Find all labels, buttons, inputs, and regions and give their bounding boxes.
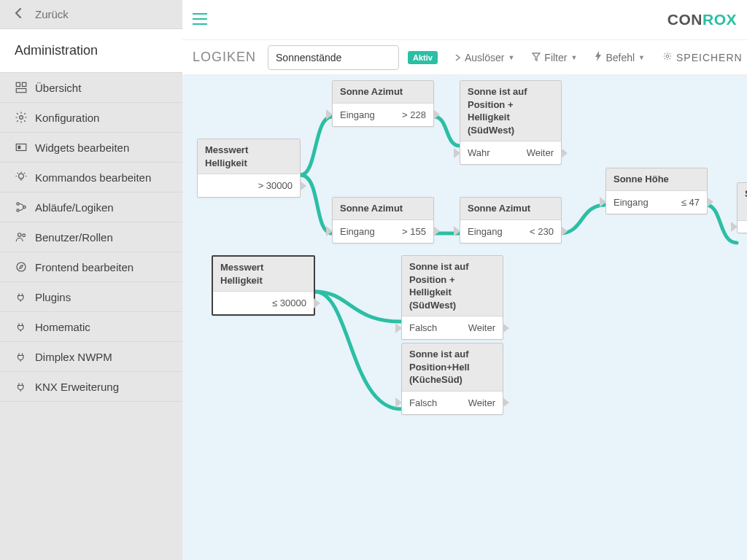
node-title: Sonne Azimut bbox=[460, 198, 561, 220]
bolt-icon bbox=[595, 51, 602, 63]
output-port-icon[interactable] bbox=[314, 298, 320, 308]
sidebar-item-homematic[interactable]: Homematic bbox=[0, 312, 182, 342]
save-button[interactable]: SPEICHERN bbox=[662, 51, 743, 63]
input-port-icon[interactable] bbox=[326, 226, 333, 236]
back-button[interactable]: Zurück bbox=[0, 0, 182, 29]
gear-icon bbox=[15, 111, 35, 124]
node-output-row: ≤ 30000 bbox=[213, 292, 314, 314]
svg-point-8 bbox=[17, 209, 19, 211]
sidebar-title: Administration bbox=[0, 29, 182, 73]
output-port-icon[interactable] bbox=[300, 181, 306, 191]
sidebar-item-widgets[interactable]: Widgets bearbeiten bbox=[0, 133, 182, 163]
filter-dropdown[interactable]: Filter▼ bbox=[532, 52, 577, 63]
node-title: Messwert Helligkeit bbox=[198, 139, 300, 174]
input-port-icon[interactable] bbox=[454, 148, 460, 158]
node-title: Sonne ist auf Position+Hell (KücheSüd) bbox=[402, 343, 503, 392]
output-port-icon[interactable] bbox=[707, 197, 713, 207]
sidebar-item-knx[interactable]: KNX Erweiterung bbox=[0, 372, 182, 402]
chevron-right-icon bbox=[455, 52, 461, 63]
gear-icon bbox=[662, 51, 673, 63]
sidebar-item-logics[interactable]: Abläufe/Logiken bbox=[0, 192, 182, 222]
node-title: S bbox=[738, 183, 747, 221]
sidebar-item-plugins[interactable]: Plugins bbox=[0, 282, 182, 312]
bulb-icon bbox=[15, 171, 35, 184]
sidebar-item-configuration[interactable]: Konfiguration bbox=[0, 103, 182, 133]
node-sonne-hoehe[interactable]: Sonne Höhe Eingang ≤ 47 bbox=[605, 168, 708, 214]
input-port-icon[interactable] bbox=[395, 397, 402, 408]
trigger-dropdown[interactable]: Auslöser▼ bbox=[455, 52, 514, 63]
svg-rect-1 bbox=[23, 82, 26, 86]
sidebar-item-label: Übersicht bbox=[35, 82, 81, 94]
sidebar-item-frontend[interactable]: Frontend bearbeiten bbox=[0, 252, 182, 282]
sidebar-item-label: Dimplex NWPM bbox=[35, 351, 112, 363]
output-port-icon[interactable] bbox=[503, 397, 509, 408]
node-sonne-position-sw-1[interactable]: Sonne ist auf Position + Helligkeit (Süd… bbox=[460, 80, 562, 165]
output-port-icon[interactable] bbox=[561, 226, 568, 236]
sidebar-item-label: KNX Erweiterung bbox=[35, 381, 119, 393]
node-sonne-azimut-1[interactable]: Sonne Azimut Eingang > 228 bbox=[332, 80, 434, 127]
menu-icon[interactable] bbox=[193, 13, 207, 27]
svg-point-7 bbox=[17, 203, 19, 205]
node-messwert-helligkeit-2[interactable]: Messwert Helligkeit ≤ 30000 bbox=[212, 255, 315, 316]
svg-point-11 bbox=[23, 234, 26, 237]
sidebar: Zurück Administration Übersicht Konfigur… bbox=[0, 0, 182, 560]
sidebar-item-label: Benutzer/Rollen bbox=[35, 231, 113, 244]
dashboard-icon bbox=[15, 81, 35, 94]
node-io-row: Eingang < 230 bbox=[460, 220, 561, 243]
output-port-icon[interactable] bbox=[561, 148, 568, 158]
topbar: CONROX bbox=[182, 0, 747, 40]
chevron-left-icon bbox=[15, 8, 22, 20]
node-sonne-position-sw-2[interactable]: Sonne ist auf Position + Helligkeit (Süd… bbox=[401, 255, 503, 340]
svg-point-6 bbox=[19, 174, 24, 179]
node-sonne-position-kueche[interactable]: Sonne ist auf Position+Hell (KücheSüd) F… bbox=[401, 343, 503, 415]
node-sonne-azimut-3[interactable]: Sonne Azimut Eingang < 230 bbox=[460, 197, 562, 244]
logic-name-input[interactable] bbox=[268, 45, 399, 70]
sidebar-item-dimplex[interactable]: Dimplex NWPM bbox=[0, 342, 182, 372]
toolbar: LOGIKEN Aktiv Auslöser▼ Filter▼ Befehl▼ … bbox=[182, 40, 747, 75]
plug-icon bbox=[15, 380, 35, 393]
sidebar-item-users[interactable]: Benutzer/Rollen bbox=[0, 222, 182, 252]
brand-logo: CONROX bbox=[667, 11, 737, 28]
compass-icon bbox=[15, 260, 35, 273]
logic-canvas[interactable]: Messwert Helligkeit > 30000 Sonne Azimut… bbox=[182, 75, 747, 560]
node-title: Sonne Azimut bbox=[333, 198, 433, 220]
node-io-row: Falsch Weiter bbox=[402, 316, 503, 339]
node-io-row: Wahr Weiter bbox=[460, 141, 561, 164]
output-port-icon[interactable] bbox=[433, 226, 440, 236]
caret-down-icon: ▼ bbox=[638, 54, 645, 61]
node-sonne-azimut-2[interactable]: Sonne Azimut Eingang > 155 bbox=[332, 197, 434, 244]
input-port-icon[interactable] bbox=[731, 222, 738, 232]
svg-point-3 bbox=[20, 116, 23, 120]
sidebar-item-label: Plugins bbox=[35, 291, 71, 303]
sidebar-item-label: Kommandos bearbeiten bbox=[35, 171, 151, 184]
plug-icon bbox=[15, 290, 35, 303]
sidebar-item-commands[interactable]: Kommandos bearbeiten bbox=[0, 163, 182, 192]
filter-icon bbox=[532, 52, 541, 63]
svg-rect-2 bbox=[16, 89, 26, 93]
node-io-row: Eingang > 228 bbox=[333, 104, 433, 126]
svg-rect-0 bbox=[16, 82, 20, 86]
node-io-row: Eingang > 155 bbox=[333, 220, 433, 243]
plug-icon bbox=[15, 320, 35, 333]
input-port-icon[interactable] bbox=[454, 226, 460, 236]
node-io-row: Eingang ≤ 47 bbox=[606, 191, 707, 214]
node-messwert-helligkeit-1[interactable]: Messwert Helligkeit > 30000 bbox=[197, 139, 301, 198]
output-port-icon[interactable] bbox=[433, 109, 440, 120]
flow-icon bbox=[15, 201, 35, 214]
node-output-row: > 30000 bbox=[198, 174, 300, 197]
command-dropdown[interactable]: Befehl▼ bbox=[595, 51, 645, 63]
sidebar-item-label: Homematic bbox=[35, 321, 90, 333]
node-title: Sonne ist auf Position + Helligkeit (Süd… bbox=[402, 256, 503, 316]
svg-rect-4 bbox=[16, 144, 26, 151]
input-port-icon[interactable] bbox=[326, 109, 333, 120]
page-title: LOGIKEN bbox=[193, 50, 256, 65]
node-partial-right[interactable]: S bbox=[737, 182, 747, 233]
input-port-icon[interactable] bbox=[600, 197, 606, 207]
svg-rect-5 bbox=[18, 146, 21, 149]
status-badge: Aktiv bbox=[408, 51, 438, 64]
output-port-icon[interactable] bbox=[503, 323, 509, 333]
sidebar-item-overview[interactable]: Übersicht bbox=[0, 73, 182, 103]
input-port-icon[interactable] bbox=[395, 323, 402, 333]
node-title: Sonne ist auf Position + Helligkeit (Süd… bbox=[460, 81, 561, 141]
svg-point-12 bbox=[17, 262, 26, 271]
